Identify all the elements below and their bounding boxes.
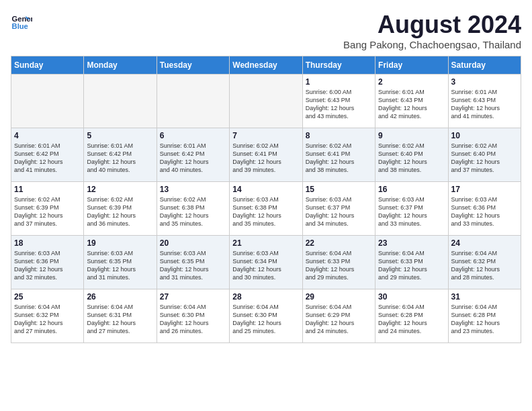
day-number: 31 (451, 292, 518, 302)
calendar-cell: 17Sunrise: 6:03 AM Sunset: 6:36 PM Dayli… (448, 182, 521, 236)
calendar-cell: 31Sunrise: 6:04 AM Sunset: 6:28 PM Dayli… (448, 289, 521, 343)
day-info: Sunrise: 6:04 AM Sunset: 6:31 PM Dayligh… (87, 303, 153, 336)
calendar-cell: 30Sunrise: 6:04 AM Sunset: 6:28 PM Dayli… (375, 289, 448, 343)
day-info: Sunrise: 6:04 AM Sunset: 6:32 PM Dayligh… (14, 303, 81, 336)
calendar-cell: 10Sunrise: 6:02 AM Sunset: 6:40 PM Dayli… (448, 128, 521, 182)
day-info: Sunrise: 6:01 AM Sunset: 6:42 PM Dayligh… (160, 142, 226, 175)
day-info: Sunrise: 6:02 AM Sunset: 6:39 PM Dayligh… (87, 195, 153, 228)
day-info: Sunrise: 6:04 AM Sunset: 6:33 PM Dayligh… (378, 249, 445, 282)
day-info: Sunrise: 6:04 AM Sunset: 6:30 PM Dayligh… (160, 303, 226, 336)
day-info: Sunrise: 6:04 AM Sunset: 6:33 PM Dayligh… (306, 249, 372, 282)
calendar-cell: 7Sunrise: 6:02 AM Sunset: 6:41 PM Daylig… (230, 128, 302, 182)
calendar-cell (157, 75, 229, 128)
calendar-cell: 5Sunrise: 6:01 AM Sunset: 6:42 PM Daylig… (84, 128, 157, 182)
weekday-header: Monday (84, 56, 157, 75)
day-info: Sunrise: 6:03 AM Sunset: 6:37 PM Dayligh… (306, 195, 372, 228)
calendar-row: 18Sunrise: 6:03 AM Sunset: 6:36 PM Dayli… (11, 236, 521, 289)
calendar-row: 11Sunrise: 6:02 AM Sunset: 6:39 PM Dayli… (11, 182, 521, 236)
calendar-cell: 9Sunrise: 6:02 AM Sunset: 6:40 PM Daylig… (375, 128, 448, 182)
calendar-cell: 25Sunrise: 6:04 AM Sunset: 6:32 PM Dayli… (11, 289, 84, 343)
day-number: 28 (232, 292, 299, 302)
calendar-cell: 4Sunrise: 6:01 AM Sunset: 6:42 PM Daylig… (11, 128, 84, 182)
title-block: August 2024 Bang Pakong, Chachoengsao, T… (343, 11, 521, 50)
calendar-cell: 20Sunrise: 6:03 AM Sunset: 6:35 PM Dayli… (157, 236, 229, 289)
weekday-header: Saturday (448, 56, 521, 75)
calendar-header: SundayMondayTuesdayWednesdayThursdayFrid… (11, 56, 521, 75)
day-number: 24 (451, 238, 518, 248)
day-info: Sunrise: 6:02 AM Sunset: 6:40 PM Dayligh… (378, 142, 445, 175)
day-number: 7 (232, 131, 299, 140)
day-info: Sunrise: 6:03 AM Sunset: 6:37 PM Dayligh… (378, 195, 445, 228)
calendar-cell: 29Sunrise: 6:04 AM Sunset: 6:29 PM Dayli… (302, 289, 375, 343)
weekday-header: Thursday (302, 56, 375, 75)
location: Bang Pakong, Chachoengsao, Thailand (343, 39, 521, 50)
calendar-cell: 2Sunrise: 6:01 AM Sunset: 6:43 PM Daylig… (375, 75, 448, 128)
day-number: 16 (378, 185, 445, 194)
day-number: 11 (14, 185, 81, 194)
day-number: 17 (451, 185, 518, 194)
logo-icon: General Blue (11, 11, 32, 32)
day-number: 30 (378, 292, 445, 302)
calendar-cell: 24Sunrise: 6:04 AM Sunset: 6:32 PM Dayli… (448, 236, 521, 289)
calendar-cell: 14Sunrise: 6:03 AM Sunset: 6:38 PM Dayli… (230, 182, 302, 236)
day-number: 22 (306, 238, 372, 248)
day-info: Sunrise: 6:03 AM Sunset: 6:36 PM Dayligh… (451, 195, 518, 228)
day-info: Sunrise: 6:02 AM Sunset: 6:39 PM Dayligh… (14, 195, 81, 228)
day-number: 9 (378, 131, 445, 140)
calendar-cell: 6Sunrise: 6:01 AM Sunset: 6:42 PM Daylig… (157, 128, 229, 182)
calendar-table: SundayMondayTuesdayWednesdayThursdayFrid… (11, 56, 521, 343)
calendar-cell: 27Sunrise: 6:04 AM Sunset: 6:30 PM Dayli… (157, 289, 229, 343)
calendar-cell: 19Sunrise: 6:03 AM Sunset: 6:35 PM Dayli… (84, 236, 157, 289)
svg-text:General: General (12, 15, 32, 23)
day-info: Sunrise: 6:01 AM Sunset: 6:43 PM Dayligh… (378, 88, 445, 121)
calendar-cell: 16Sunrise: 6:03 AM Sunset: 6:37 PM Dayli… (375, 182, 448, 236)
day-info: Sunrise: 6:00 AM Sunset: 6:43 PM Dayligh… (306, 88, 372, 121)
calendar-cell: 11Sunrise: 6:02 AM Sunset: 6:39 PM Dayli… (11, 182, 84, 236)
weekday-header: Wednesday (230, 56, 302, 75)
day-number: 25 (14, 292, 81, 302)
day-number: 6 (160, 131, 226, 140)
day-info: Sunrise: 6:03 AM Sunset: 6:35 PM Dayligh… (87, 249, 153, 282)
calendar-cell: 8Sunrise: 6:02 AM Sunset: 6:41 PM Daylig… (302, 128, 375, 182)
page-header: General Blue August 2024 Bang Pakong, Ch… (11, 11, 521, 50)
day-info: Sunrise: 6:03 AM Sunset: 6:38 PM Dayligh… (232, 195, 299, 228)
calendar-cell: 22Sunrise: 6:04 AM Sunset: 6:33 PM Dayli… (302, 236, 375, 289)
calendar-cell: 3Sunrise: 6:01 AM Sunset: 6:43 PM Daylig… (448, 75, 521, 128)
weekday-header: Tuesday (157, 56, 229, 75)
day-info: Sunrise: 6:04 AM Sunset: 6:30 PM Dayligh… (232, 303, 299, 336)
day-info: Sunrise: 6:03 AM Sunset: 6:35 PM Dayligh… (160, 249, 226, 282)
logo: General Blue (11, 11, 32, 32)
calendar-cell: 18Sunrise: 6:03 AM Sunset: 6:36 PM Dayli… (11, 236, 84, 289)
day-number: 14 (232, 185, 299, 194)
day-info: Sunrise: 6:01 AM Sunset: 6:42 PM Dayligh… (14, 142, 81, 175)
calendar-cell (84, 75, 157, 128)
day-info: Sunrise: 6:01 AM Sunset: 6:42 PM Dayligh… (87, 142, 153, 175)
day-info: Sunrise: 6:04 AM Sunset: 6:32 PM Dayligh… (451, 249, 518, 282)
calendar-cell: 12Sunrise: 6:02 AM Sunset: 6:39 PM Dayli… (84, 182, 157, 236)
day-info: Sunrise: 6:02 AM Sunset: 6:38 PM Dayligh… (160, 195, 226, 228)
day-number: 29 (306, 292, 372, 302)
day-number: 15 (306, 185, 372, 194)
day-info: Sunrise: 6:01 AM Sunset: 6:43 PM Dayligh… (451, 88, 518, 121)
day-number: 26 (87, 292, 153, 302)
day-number: 19 (87, 238, 153, 248)
day-info: Sunrise: 6:04 AM Sunset: 6:28 PM Dayligh… (451, 303, 518, 336)
calendar-cell: 23Sunrise: 6:04 AM Sunset: 6:33 PM Dayli… (375, 236, 448, 289)
calendar-cell: 13Sunrise: 6:02 AM Sunset: 6:38 PM Dayli… (157, 182, 229, 236)
day-info: Sunrise: 6:02 AM Sunset: 6:41 PM Dayligh… (306, 142, 372, 175)
day-number: 20 (160, 238, 226, 248)
calendar-cell: 21Sunrise: 6:03 AM Sunset: 6:34 PM Dayli… (230, 236, 302, 289)
day-info: Sunrise: 6:04 AM Sunset: 6:29 PM Dayligh… (306, 303, 372, 336)
day-number: 5 (87, 131, 153, 140)
svg-text:Blue: Blue (12, 22, 28, 30)
day-number: 12 (87, 185, 153, 194)
weekday-header: Sunday (11, 56, 84, 75)
month-title: August 2024 (343, 11, 521, 39)
calendar-cell: 1Sunrise: 6:00 AM Sunset: 6:43 PM Daylig… (302, 75, 375, 128)
calendar-cell: 15Sunrise: 6:03 AM Sunset: 6:37 PM Dayli… (302, 182, 375, 236)
day-number: 10 (451, 131, 518, 140)
day-number: 4 (14, 131, 81, 140)
day-number: 2 (378, 77, 445, 87)
day-number: 1 (306, 77, 372, 87)
calendar-row: 1Sunrise: 6:00 AM Sunset: 6:43 PM Daylig… (11, 75, 521, 128)
